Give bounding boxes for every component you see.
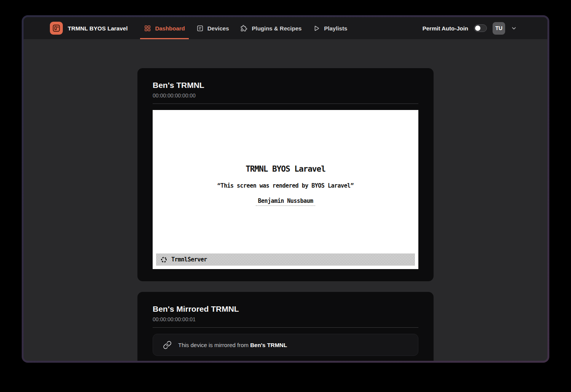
user-avatar[interactable]: TU bbox=[493, 22, 505, 35]
device-card-bens-mirrored-trmnl: Ben's Mirrored TRMNL 00:00:00:00:00:01 T… bbox=[137, 292, 434, 361]
permit-auto-join-label: Permit Auto-Join bbox=[423, 25, 468, 32]
mirror-notice-text: This device is mirrored from Ben's TRMNL bbox=[178, 342, 287, 348]
brand-title: TRMNL BYOS Laravel bbox=[68, 25, 128, 32]
puzzle-icon bbox=[240, 24, 248, 32]
nav-right: Permit Auto-Join TU bbox=[423, 17, 517, 39]
main-content: Ben's TRMNL 00:00:00:00:00:00 TRMNL BYOS… bbox=[24, 39, 547, 361]
device-screen-preview: TRMNL BYOS Laravel “This screen was rend… bbox=[153, 110, 418, 269]
app-window-inner: TRMNL BYOS Laravel Dashboard bbox=[24, 17, 547, 361]
nav-tab-label: Dashboard bbox=[155, 25, 185, 32]
device-card-bens-trmnl: Ben's TRMNL 00:00:00:00:00:00 TRMNL BYOS… bbox=[137, 68, 434, 281]
chevron-down-icon[interactable] bbox=[511, 25, 517, 31]
device-name: Ben's TRMNL bbox=[153, 81, 418, 90]
server-label: TrmnlServer bbox=[171, 256, 207, 263]
devices-icon bbox=[196, 25, 204, 32]
spinner-icon bbox=[160, 256, 167, 263]
toggle-knob bbox=[475, 25, 480, 31]
device-mac-address: 00:00:00:00:00:00 bbox=[153, 92, 418, 99]
nav-tab-label: Playlists bbox=[324, 25, 347, 32]
nav-tab-label: Devices bbox=[207, 25, 229, 32]
top-nav: TRMNL BYOS Laravel Dashboard bbox=[24, 17, 547, 39]
mirror-notice: This device is mirrored from Ben's TRMNL bbox=[153, 334, 418, 356]
screen-status-bar: TrmnlServer bbox=[156, 253, 415, 266]
nav-items: Dashboard Devices bbox=[138, 17, 353, 39]
nav-tab-label: Plugins & Recipes bbox=[252, 25, 301, 32]
nav-tab-devices[interactable]: Devices bbox=[193, 17, 233, 39]
screen-text-stack: TRMNL BYOS Laravel “This screen was rend… bbox=[153, 164, 418, 206]
screen-author-link: Benjamin Nussbaum bbox=[256, 198, 315, 206]
link-icon bbox=[163, 341, 172, 349]
play-icon bbox=[313, 25, 320, 32]
brand: TRMNL BYOS Laravel bbox=[50, 17, 128, 39]
permit-auto-join-toggle[interactable] bbox=[474, 24, 487, 32]
divider bbox=[153, 327, 418, 328]
device-name: Ben's Mirrored TRMNL bbox=[153, 304, 418, 314]
screen-title: TRMNL BYOS Laravel bbox=[246, 164, 325, 174]
device-mac-address: 00:00:00:00:00:01 bbox=[153, 316, 418, 322]
app-window: TRMNL BYOS Laravel Dashboard bbox=[22, 15, 549, 363]
mirror-notice-prefix: This device is mirrored from bbox=[178, 342, 250, 348]
trmnl-logo-icon[interactable] bbox=[50, 22, 63, 35]
mirror-source-device: Ben's TRMNL bbox=[250, 342, 287, 348]
nav-tab-dashboard[interactable]: Dashboard bbox=[140, 17, 188, 39]
nav-tab-plugins-recipes[interactable]: Plugins & Recipes bbox=[236, 17, 305, 39]
nav-tab-playlists[interactable]: Playlists bbox=[309, 17, 351, 39]
screen-quote: “This screen was rendered by BYOS Larave… bbox=[217, 182, 354, 189]
grid-icon bbox=[144, 25, 151, 32]
divider bbox=[153, 104, 418, 104]
